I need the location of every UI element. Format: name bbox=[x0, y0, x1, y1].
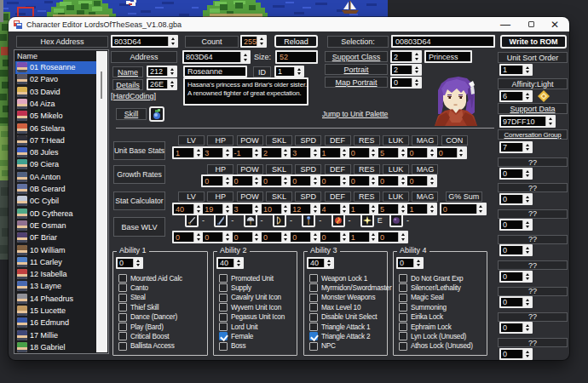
unknown-value-spinner[interactable]: 0 bbox=[499, 322, 533, 334]
stat-value-spinner[interactable]: 0 bbox=[348, 174, 379, 187]
list-item[interactable]: 18 Gabriel bbox=[15, 340, 96, 353]
ability-checkbox-row[interactable]: Female bbox=[219, 332, 295, 341]
anima-icon-button[interactable] bbox=[331, 214, 345, 227]
ability-checkbox-row[interactable]: Canto bbox=[118, 283, 205, 293]
list-item[interactable]: 13 Layne bbox=[15, 280, 96, 293]
list-item[interactable]: 07 T.Head bbox=[15, 134, 96, 146]
stat-value-spinner[interactable]: 0 bbox=[406, 174, 437, 187]
ability-checkbox-row[interactable]: Ephraim Lock bbox=[399, 323, 485, 332]
scrollbar-thumb[interactable] bbox=[101, 71, 102, 99]
portrait-link[interactable]: Portrait bbox=[325, 64, 388, 75]
spinner-down-arrow[interactable] bbox=[234, 263, 242, 267]
checkbox-unchecked[interactable] bbox=[399, 283, 407, 292]
unknown-value-spinner[interactable]: 0 bbox=[499, 168, 533, 180]
list-item[interactable]: 05 Mikelo bbox=[15, 110, 96, 123]
stat-value-spinner[interactable]: 0 bbox=[319, 174, 350, 187]
ability-checkbox-row[interactable]: NPC bbox=[309, 341, 385, 351]
wlv-value-spinner[interactable]: 0 bbox=[260, 231, 291, 243]
spinner-down-arrow[interactable] bbox=[458, 153, 465, 158]
ability-checkbox-row[interactable]: Lyn Lock (Unused) bbox=[399, 332, 485, 341]
hex-address-spinner[interactable]: 803D64 bbox=[111, 35, 178, 48]
map-portrait-link[interactable]: Map Portrait bbox=[325, 77, 388, 88]
bow-icon-button[interactable] bbox=[273, 214, 286, 227]
base-wlv-button[interactable]: Base WLV bbox=[113, 217, 165, 237]
stat-value-spinner[interactable]: 1 bbox=[319, 146, 350, 159]
wlv-value-spinner[interactable]: 0 bbox=[319, 231, 350, 243]
unknown-value-spinner[interactable]: 0 bbox=[499, 296, 533, 308]
spinner-down-arrow[interactable] bbox=[325, 263, 332, 267]
checkbox-unchecked[interactable] bbox=[309, 274, 318, 283]
spinner-down-arrow[interactable] bbox=[477, 209, 485, 214]
details-link[interactable]: Details bbox=[112, 79, 143, 90]
gsum-value-spinner[interactable]: 0 bbox=[440, 203, 487, 215]
spinner-down-arrow[interactable] bbox=[168, 71, 176, 76]
description-box[interactable]: Hasana's princess and Briar's older sist… bbox=[183, 77, 308, 106]
wlv-value-spinner[interactable]: 0 bbox=[201, 231, 233, 243]
spinner-down-arrow[interactable] bbox=[523, 96, 531, 100]
stat-value-spinner[interactable]: 0 bbox=[260, 174, 291, 187]
list-item[interactable]: 01 Roseanne bbox=[15, 61, 96, 74]
ability-value-spinner[interactable]: 40 bbox=[307, 257, 334, 269]
ability-checkbox-row[interactable]: Promoted Unit bbox=[219, 274, 295, 283]
ability-checkbox-row[interactable]: Eirika Lock bbox=[399, 312, 485, 322]
ability-checkbox-row[interactable]: Steal bbox=[118, 293, 205, 302]
spinner-down-arrow[interactable] bbox=[428, 181, 435, 186]
unit-list-scrollbar[interactable] bbox=[96, 51, 107, 352]
stat-value-spinner[interactable]: 0 bbox=[435, 146, 467, 159]
list-item[interactable]: 11 Carley bbox=[15, 255, 96, 268]
ability-checkbox-row[interactable]: Magic Seal bbox=[399, 293, 485, 302]
stat-value-spinner[interactable]: -1 bbox=[231, 146, 262, 159]
ability-checkbox-row[interactable]: Disable Unit Select bbox=[309, 312, 385, 322]
stat-value-spinner[interactable]: 1 bbox=[406, 203, 437, 215]
spinner-down-arrow[interactable] bbox=[311, 237, 319, 243]
checkbox-unchecked[interactable] bbox=[118, 313, 127, 322]
spinner-down-arrow[interactable] bbox=[241, 57, 249, 62]
spinner-down-arrow[interactable] bbox=[168, 84, 176, 89]
selection-input[interactable]: 00803D64 bbox=[391, 35, 495, 48]
spinner-down-arrow[interactable] bbox=[523, 70, 531, 74]
unknown-value-spinner[interactable]: 0 bbox=[499, 348, 533, 360]
list-item[interactable]: 06 Stelara bbox=[15, 122, 96, 134]
checkbox-unchecked[interactable] bbox=[399, 294, 407, 302]
ability-value-spinner[interactable]: 40 bbox=[216, 257, 244, 269]
checkbox-unchecked[interactable] bbox=[399, 342, 407, 351]
name-id-spinner[interactable]: 212 bbox=[147, 66, 177, 77]
hex-address-label[interactable]: Hex Address bbox=[16, 36, 108, 48]
write-to-rom-button[interactable]: Write to ROM bbox=[500, 35, 567, 49]
id-spinner[interactable]: 1 bbox=[274, 66, 304, 77]
stat-value-spinner[interactable]: 0 bbox=[289, 174, 320, 187]
details-spinner[interactable]: 26E bbox=[147, 78, 177, 90]
sword-icon-button[interactable] bbox=[185, 214, 199, 227]
spinner-down-arrow[interactable] bbox=[412, 83, 420, 87]
hardcoding-link[interactable]: [HardCoding] bbox=[111, 92, 156, 100]
checkbox-unchecked[interactable] bbox=[399, 313, 407, 322]
checkbox-unchecked[interactable] bbox=[118, 323, 127, 331]
list-item[interactable]: 12 Isabella bbox=[15, 268, 96, 281]
stat-row-button[interactable]: Stat Calculator bbox=[113, 192, 165, 210]
checkbox-unchecked[interactable] bbox=[309, 323, 318, 331]
spinner-down-arrow[interactable] bbox=[412, 57, 420, 62]
jump-to-unit-palette-link[interactable]: Jump to Unit Palette bbox=[322, 110, 388, 118]
checkbox-unchecked[interactable] bbox=[399, 332, 407, 340]
ability-checkbox-row[interactable]: Boss bbox=[219, 341, 295, 351]
list-item[interactable]: 0A Anton bbox=[15, 170, 96, 183]
checkbox-unchecked[interactable] bbox=[219, 274, 228, 283]
ability-checkbox-row[interactable]: Dance (Dancer) bbox=[118, 312, 205, 322]
map-portrait-spinner[interactable]: 0 bbox=[390, 77, 422, 89]
checkbox-checked[interactable] bbox=[309, 332, 318, 340]
ability-checkbox-row[interactable]: Silencer/Lethality bbox=[399, 283, 485, 293]
ability-checkbox-row[interactable]: Weapon Lock 1 bbox=[309, 274, 385, 283]
list-item[interactable]: 02 Pavo bbox=[15, 73, 96, 86]
unknown-value-spinner[interactable]: 0 bbox=[499, 219, 533, 231]
ability-checkbox-row[interactable]: Critical Boost bbox=[118, 332, 205, 341]
checkbox-unchecked[interactable] bbox=[309, 313, 318, 322]
checkbox-unchecked[interactable] bbox=[219, 283, 228, 292]
list-item[interactable]: 0B Gerard bbox=[15, 183, 96, 196]
ability-checkbox-row[interactable]: Triangle Attack 2 bbox=[309, 332, 385, 341]
list-item[interactable]: 15 Lucette bbox=[15, 305, 96, 317]
reload-button[interactable]: Reload bbox=[274, 35, 318, 48]
spinner-down-arrow[interactable] bbox=[523, 277, 531, 281]
spinner-down-arrow[interactable] bbox=[257, 42, 265, 47]
checkbox-unchecked[interactable] bbox=[219, 294, 228, 302]
conversation-group-link[interactable]: Conversation Group bbox=[498, 129, 568, 140]
